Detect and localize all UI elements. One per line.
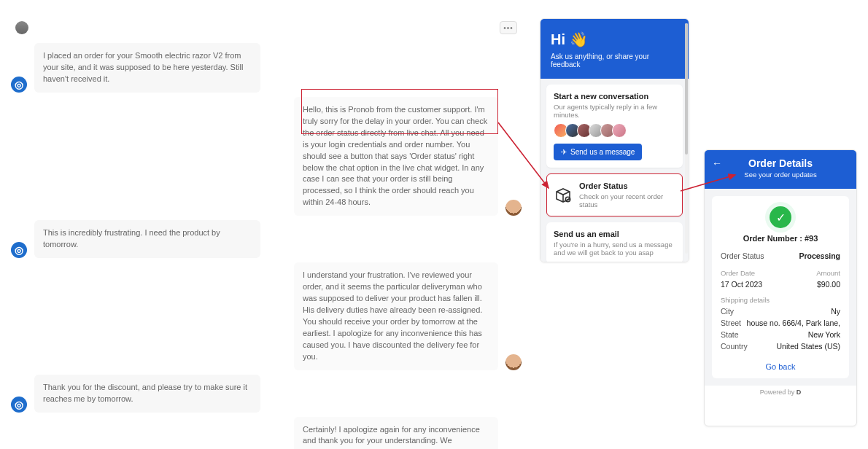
agent-message: Hello, this is Pronob from the customer …	[11, 97, 522, 216]
wave-icon: 👋	[570, 31, 588, 48]
order-status-value: Processing	[799, 251, 840, 260]
order-subtitle: See your order updates	[710, 171, 850, 179]
agent-avatar-icon	[505, 354, 522, 370]
state-key: State	[721, 330, 739, 339]
card-title: Send us an email	[554, 230, 675, 238]
country-value: United States (US)	[776, 342, 840, 351]
message-text: Certainly! I apologize again for any inc…	[294, 417, 498, 450]
agent-previews	[554, 123, 675, 138]
widget-greeting: Hi 👋	[551, 31, 678, 48]
card-subtitle: Our agents typically reply in a few minu…	[554, 103, 675, 119]
back-arrow-icon[interactable]: ←	[712, 157, 722, 169]
scrollbar[interactable]	[685, 23, 688, 254]
amount-value: $90.00	[817, 280, 840, 289]
customer-message: ◎ Thank you for the discount, and please…	[11, 375, 522, 413]
powered-text: Powered by	[760, 389, 795, 396]
order-status-key: Order Status	[721, 251, 764, 260]
greeting-text: Hi	[551, 31, 565, 48]
order-date-value: 17 Oct 2023	[721, 280, 762, 289]
message-text: I understand your frustration. I've revi…	[294, 262, 498, 370]
brand-icon: D	[797, 389, 802, 396]
package-icon	[554, 186, 572, 205]
paper-plane-icon: ✈	[561, 148, 567, 156]
customer-message: ◎ I placed an order for your Smooth elec…	[11, 43, 522, 93]
shipping-label: Shipping details	[721, 296, 840, 304]
agent-avatar-icon	[612, 123, 627, 138]
order-number: Order Number : #93	[721, 234, 840, 243]
widget-header: Hi 👋 Ask us anything, or share your feed…	[540, 19, 689, 79]
widget-subtitle: Ask us anything, or share your feedback	[551, 52, 678, 69]
success-check-icon: ✓	[770, 206, 791, 228]
card-subtitle: Check on your recent order status	[579, 192, 675, 208]
agent-message: I understand your frustration. I've revi…	[11, 262, 522, 370]
message-text: Hello, this is Pronob from the customer …	[294, 97, 498, 216]
order-header: ← Order Details See your order updates	[705, 150, 856, 189]
more-menu-button[interactable]: •••	[500, 21, 517, 34]
amount-key: Amount	[816, 269, 840, 277]
chat-widget: Hi 👋 Ask us anything, or share your feed…	[540, 18, 689, 262]
street-key: Street	[721, 319, 741, 327]
message-text: This is incredibly frustrating. I need t…	[34, 220, 260, 258]
agent-message: Certainly! I apologize again for any inc…	[11, 417, 522, 450]
state-value: New York	[808, 330, 840, 339]
widget-body: Start a new conversation Our agents typi…	[540, 79, 689, 262]
order-status-card[interactable]: Order Status Check on your recent order …	[546, 173, 683, 216]
city-key: City	[721, 307, 734, 316]
start-conversation-card: Start a new conversation Our agents typi…	[546, 85, 683, 168]
message-text: Thank you for the discount, and please t…	[34, 375, 260, 413]
button-label: Send us a message	[570, 148, 635, 156]
card-title: Start a new conversation	[554, 92, 675, 101]
send-us-message-button[interactable]: ✈ Send us a message	[554, 144, 642, 160]
send-email-card[interactable]: Send us an email If you're in a hurry, s…	[546, 222, 683, 262]
customer-avatar-icon: ◎	[11, 397, 27, 413]
customer-avatar-icon: ◎	[11, 77, 27, 93]
chat-header: •••	[11, 18, 522, 37]
customer-avatar-icon: ◎	[11, 242, 27, 258]
user-avatar-icon	[15, 21, 28, 34]
card-subtitle: If you're in a hurry, send us a message …	[554, 241, 675, 257]
city-value: Ny	[831, 307, 840, 316]
customer-message: ◎ This is incredibly frustrating. I need…	[11, 220, 522, 258]
agent-avatar-icon	[505, 200, 522, 216]
powered-by: Powered by D	[705, 386, 856, 399]
order-card: ✓ Order Number : #93 Order Status Proces…	[712, 196, 849, 378]
order-details-panel: ← Order Details See your order updates ✓…	[704, 149, 857, 426]
order-title: Order Details	[710, 157, 850, 169]
message-text: I placed an order for your Smooth electr…	[34, 43, 260, 93]
card-title: Order Status	[579, 181, 675, 190]
go-back-link[interactable]: Go back	[721, 362, 840, 371]
street-value: house no. 666/4, Park lane,	[747, 319, 840, 327]
order-date-key: Order Date	[721, 269, 755, 277]
order-body: ✓ Order Number : #93 Order Status Proces…	[705, 189, 856, 386]
chat-panel: ••• ◎ I placed an order for your Smooth …	[11, 18, 522, 430]
country-key: Country	[721, 342, 748, 351]
